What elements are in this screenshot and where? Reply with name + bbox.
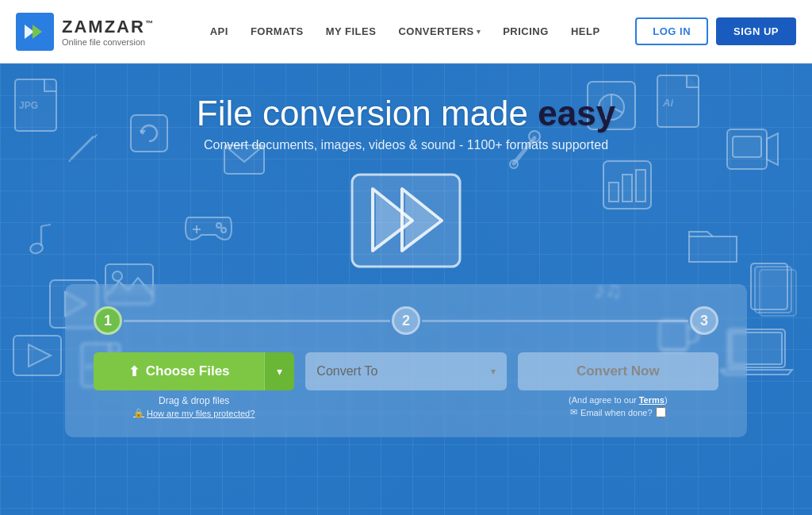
svg-rect-35 [751,263,787,309]
terms-suffix: ) [665,395,668,405]
svg-marker-5 [94,133,98,138]
nav-api[interactable]: API [210,25,228,37]
dv-icon [725,127,780,171]
choose-files-section: ⬆ Choose Files ▾ Drag & drop files 🔒 How… [94,352,294,418]
step-2-dot: 2 [392,306,420,335]
logo-area: ZAMZAR™ Online file conversion [16,13,174,51]
email-label: Email when done? [580,408,653,417]
steps-bar: 1 2 3 [94,306,718,335]
choose-files-button[interactable]: ⬆ Choose Files [94,352,264,390]
hero-title-normal: File conversion made [197,94,538,133]
play-icon-left [11,333,63,378]
svg-point-44 [510,160,518,168]
pencil-icon [63,127,103,167]
doc-stack-icon [749,262,804,325]
svg-text:JPG: JPG [19,100,38,111]
choose-files-dropdown-button[interactable]: ▾ [264,352,294,390]
svg-rect-31 [622,175,632,202]
step-1-dot: 1 [94,306,122,335]
svg-rect-16 [13,336,61,375]
choose-files-label: Choose Files [146,363,230,379]
conversion-panel: 1 2 3 ⬆ Choose Files ▾ Drag & drop fil [65,284,747,437]
logo-name-text: ZAMZAR [62,17,145,37]
svg-rect-2 [15,79,56,131]
svg-rect-26 [727,129,767,169]
convert-now-button[interactable]: Convert Now [518,352,718,390]
logo-svg [21,18,48,45]
svg-rect-28 [733,136,761,157]
terms-text: (And agree to our Terms) [569,395,668,405]
hero-title: File conversion made easy [197,94,615,133]
svg-marker-1 [33,25,42,39]
svg-point-48 [221,228,226,233]
center-video-icon [343,165,469,276]
convert-to-section: Convert To ▾ [305,352,506,390]
email-icon-small: ✉ [570,407,577,417]
terms-link[interactable]: Terms [639,395,665,405]
convert-now-label: Convert Now [576,363,660,379]
logo-text: ZAMZAR™ Online file conversion [62,17,155,47]
lock-icon: 🔒 [133,408,144,418]
logo-tm: ™ [145,18,155,27]
login-button[interactable]: LOG IN [635,17,708,45]
svg-marker-8 [140,130,146,135]
svg-rect-7 [131,115,167,152]
nav-my-files[interactable]: MY FILES [326,25,377,37]
logo-sub: Online file conversion [62,37,155,47]
svg-line-6 [69,159,71,162]
convert-to-select[interactable]: Convert To ▾ [305,352,506,390]
svg-rect-34 [755,267,791,313]
game-icon [182,206,235,246]
jpg-icon: JPG [11,75,67,139]
main-nav: API FORMATS MY FILES CONVERTERS ▾ PRICIN… [174,25,635,37]
header: ZAMZAR™ Online file conversion API FORMA… [0,0,812,63]
email-checkbox[interactable] [656,407,666,417]
header-buttons: LOG IN SIGN UP [635,17,796,45]
dropdown-arrow-icon: ▾ [277,365,282,378]
refresh-icon [127,111,171,156]
step-line-2 [422,320,688,322]
terms-prefix: (And agree to our [569,395,639,405]
choose-files-button-group[interactable]: ⬆ Choose Files ▾ [94,352,294,390]
svg-point-15 [113,271,122,281]
svg-rect-32 [636,170,645,202]
step-line-1 [124,320,390,322]
svg-rect-33 [760,270,796,316]
drag-drop-text: Drag & drop files [159,395,229,406]
converters-label: CONVERTERS [398,25,473,37]
svg-rect-30 [609,183,619,202]
hero-subtitle: Convert documents, images, videos & soun… [204,138,608,152]
bar-chart-icon [601,159,653,211]
logo-name: ZAMZAR™ [62,17,155,37]
upload-icon: ⬆ [128,363,140,380]
svg-line-11 [41,225,51,226]
ai-icon: Ai [653,71,709,135]
svg-marker-17 [29,344,51,367]
zamzar-logo-icon[interactable] [16,13,54,51]
signup-button[interactable]: SIGN UP [716,17,796,45]
protected-text: How are my files protected? [147,409,255,418]
svg-point-10 [29,242,44,255]
svg-rect-24 [657,75,699,127]
nav-converters[interactable]: CONVERTERS ▾ [398,25,481,37]
convert-to-label: Convert To [316,364,377,379]
step-3-dot: 3 [690,306,718,335]
svg-rect-29 [603,161,651,209]
center-play-svg [343,165,469,276]
svg-line-4 [71,136,94,159]
nav-help[interactable]: HELP [571,25,600,37]
converters-chevron-icon: ▾ [477,28,481,36]
hero-title-bold: easy [538,94,615,133]
folder-icon [685,222,741,267]
protected-link[interactable]: 🔒 How are my files protected? [133,408,255,418]
svg-point-47 [216,223,221,228]
convert-to-chevron-icon: ▾ [491,366,496,377]
nav-pricing[interactable]: PRICING [503,25,549,37]
email-when-done: ✉ Email when done? [570,407,666,417]
svg-text:Ai: Ai [662,97,673,109]
svg-marker-27 [767,133,778,165]
hero-section: JPG [0,63,812,515]
nav-formats[interactable]: FORMATS [251,25,304,37]
convert-now-section: Convert Now (And agree to our Terms) ✉ E… [518,352,718,417]
action-row: ⬆ Choose Files ▾ Drag & drop files 🔒 How… [94,352,718,418]
